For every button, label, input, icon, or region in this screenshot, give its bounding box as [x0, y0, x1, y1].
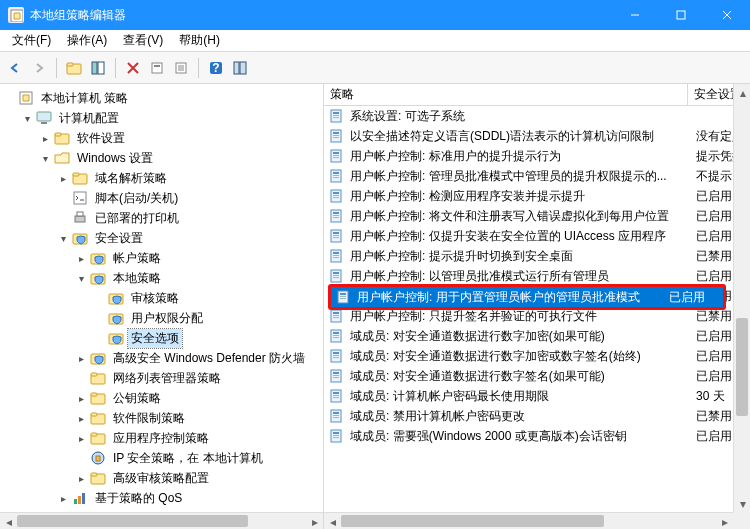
folder-icon [90, 430, 106, 446]
tree-node-label: 基于策略的 QoS [92, 489, 185, 508]
tree-root[interactable]: 本地计算机 策略 [2, 88, 321, 108]
collapse-icon[interactable]: ▾ [58, 233, 68, 243]
scroll-left-icon[interactable]: ◂ [0, 513, 17, 529]
policy-row[interactable]: 域成员: 计算机帐户密码最长使用期限30 天 [324, 386, 750, 406]
collapse-icon[interactable]: ▾ [76, 273, 86, 283]
policy-row[interactable]: 用户帐户控制: 仅提升安装在安全位置的 UIAccess 应用程序已启用 [324, 226, 750, 246]
scroll-down-icon[interactable]: ▾ [734, 495, 750, 512]
policy-row[interactable]: 用户帐户控制: 管理员批准模式中管理员的提升权限提示的...不提示, [324, 166, 750, 186]
close-button[interactable] [704, 0, 750, 30]
shield-folder-icon [90, 250, 106, 266]
scroll-left-icon[interactable]: ◂ [324, 513, 341, 529]
policy-row[interactable]: 域成员: 需要强(Windows 2000 或更高版本)会话密钥已启用 [324, 426, 750, 446]
up-button[interactable] [63, 57, 85, 79]
tree-node-label: 域名解析策略 [92, 169, 170, 188]
policy-row[interactable]: 系统设置: 可选子系统 [324, 106, 750, 126]
policy-row[interactable]: 用户帐户控制: 标准用户的提升提示行为提示凭据 [324, 146, 750, 166]
back-button[interactable] [4, 57, 26, 79]
tree-node-label: 网络列表管理器策略 [110, 369, 224, 388]
minimize-button[interactable] [612, 0, 658, 30]
folder-open-icon [54, 150, 70, 166]
tree-security-options[interactable]: 安全选项 [92, 328, 321, 348]
policy-label: 用户帐户控制: 用于内置管理员帐户的管理员批准模式 [353, 289, 665, 306]
expand-icon[interactable]: ▸ [76, 253, 86, 263]
tree-node-label: 软件设置 [74, 129, 128, 148]
highlighted-row: 用户帐户控制: 用于内置管理员帐户的管理员批准模式已启用 [328, 284, 726, 310]
maximize-button[interactable] [658, 0, 704, 30]
menu-action[interactable]: 操作(A) [59, 30, 115, 51]
tree-node-label: 脚本(启动/关机) [92, 189, 181, 208]
tree-account-policies[interactable]: ▸帐户策略 [74, 248, 321, 268]
policy-row[interactable]: 以安全描述符定义语言(SDDL)语法表示的计算机访问限制没有定义 [324, 126, 750, 146]
policy-row[interactable]: 域成员: 对安全通道数据进行数字加密(如果可能)已启用 [324, 326, 750, 346]
policy-row[interactable]: 用户帐户控制: 用于内置管理员帐户的管理员批准模式已启用 [331, 287, 723, 307]
tree-printers[interactable]: 已部署的打印机 [56, 208, 321, 228]
tree-software-settings[interactable]: ▸软件设置 [38, 128, 321, 148]
menu-view[interactable]: 查看(V) [115, 30, 171, 51]
policy-icon [335, 288, 353, 306]
tree-security-settings[interactable]: ▾安全设置 [56, 228, 321, 248]
menu-file[interactable]: 文件(F) [4, 30, 59, 51]
column-policy[interactable]: 策略 [324, 84, 688, 105]
tree-audit-policy[interactable]: 审核策略 [92, 288, 321, 308]
help-button[interactable]: ? [205, 57, 227, 79]
expand-icon[interactable]: ▸ [76, 353, 86, 363]
tree-node-label: 安全设置 [92, 229, 146, 248]
tree-windows-settings[interactable]: ▾Windows 设置 [38, 148, 321, 168]
export-list-button[interactable] [170, 57, 192, 79]
forward-button[interactable] [28, 57, 50, 79]
policy-label: 域成员: 对安全通道数据进行数字加密或数字签名(始终) [346, 348, 692, 365]
toolbar: ? [0, 52, 750, 84]
expand-icon[interactable]: ▸ [40, 133, 50, 143]
menu-help[interactable]: 帮助(H) [171, 30, 228, 51]
tree-node-label: 用户权限分配 [128, 309, 206, 328]
policy-icon [328, 347, 346, 365]
tree-defender-firewall[interactable]: ▸高级安全 Windows Defender 防火墙 [74, 348, 321, 368]
tree-ipsec[interactable]: IP 安全策略，在 本地计算机 [74, 448, 321, 468]
collapse-icon[interactable]: ▾ [22, 113, 32, 123]
tree-network-list[interactable]: 网络列表管理器策略 [74, 368, 321, 388]
properties-button[interactable] [146, 57, 168, 79]
expand-icon[interactable]: ▸ [76, 413, 86, 423]
tree-qos[interactable]: ▸基于策略的 QoS [56, 488, 321, 508]
scroll-right-icon[interactable]: ▸ [306, 513, 323, 529]
expand-icon[interactable]: ▸ [76, 473, 86, 483]
policy-row[interactable]: 用户帐户控制: 检测应用程序安装并提示提升已启用 [324, 186, 750, 206]
tree-horizontal-scrollbar[interactable]: ◂ ▸ [0, 512, 323, 529]
policy-icon [328, 127, 346, 145]
tree-computer-config[interactable]: ▾计算机配置 [20, 108, 321, 128]
policy-icon [328, 147, 346, 165]
delete-button[interactable] [122, 57, 144, 79]
tree-app-control[interactable]: ▸应用程序控制策略 [74, 428, 321, 448]
tree-software-restriction[interactable]: ▸软件限制策略 [74, 408, 321, 428]
policy-row[interactable]: 域成员: 禁用计算机帐户密码更改已禁用 [324, 406, 750, 426]
scroll-right-icon[interactable]: ▸ [716, 513, 733, 529]
options-button[interactable] [229, 57, 251, 79]
list-vertical-scrollbar[interactable]: ▴ ▾ [733, 84, 750, 512]
tree-root-label: 本地计算机 策略 [38, 89, 131, 108]
shield-folder-icon [108, 330, 124, 346]
show-hide-tree-button[interactable] [87, 57, 109, 79]
policy-row[interactable]: 用户帐户控制: 将文件和注册表写入错误虚拟化到每用户位置已启用 [324, 206, 750, 226]
policy-icon [328, 267, 346, 285]
scroll-up-icon[interactable]: ▴ [734, 84, 750, 101]
policy-label: 以安全描述符定义语言(SDDL)语法表示的计算机访问限制 [346, 128, 692, 145]
policy-row[interactable]: 域成员: 对安全通道数据进行数字加密或数字签名(始终)已启用 [324, 346, 750, 366]
tree-user-rights[interactable]: 用户权限分配 [92, 308, 321, 328]
expand-icon[interactable]: ▸ [76, 393, 86, 403]
tree-scripts[interactable]: 脚本(启动/关机) [56, 188, 321, 208]
collapse-icon[interactable]: ▾ [40, 153, 50, 163]
tree-advanced-audit[interactable]: ▸高级审核策略配置 [74, 468, 321, 488]
tree-dns-policy[interactable]: ▸域名解析策略 [56, 168, 321, 188]
bars-icon [72, 490, 88, 506]
list-horizontal-scrollbar[interactable]: ◂ ▸ [324, 512, 733, 529]
expand-icon[interactable]: ▸ [76, 433, 86, 443]
policy-row[interactable]: 用户帐户控制: 以管理员批准模式运行所有管理员已启用 [324, 266, 750, 286]
expand-icon[interactable]: ▸ [58, 173, 68, 183]
expand-icon[interactable]: ▸ [58, 493, 68, 503]
policy-label: 用户帐户控制: 标准用户的提升提示行为 [346, 148, 692, 165]
policy-row[interactable]: 域成员: 对安全通道数据进行数字签名(如果可能)已启用 [324, 366, 750, 386]
tree-public-key[interactable]: ▸公钥策略 [74, 388, 321, 408]
tree-local-policies[interactable]: ▾本地策略 [74, 268, 321, 288]
policy-row[interactable]: 用户帐户控制: 提示提升时切换到安全桌面已禁用 [324, 246, 750, 266]
